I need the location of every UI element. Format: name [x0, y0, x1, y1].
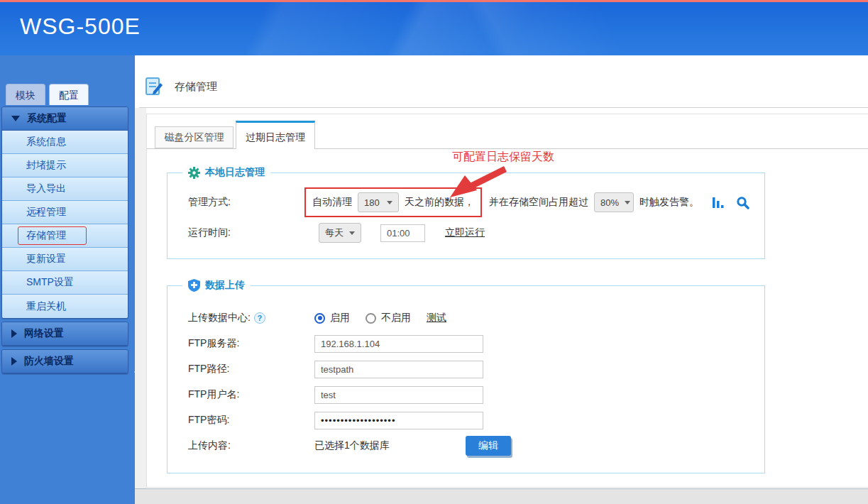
storage-percent-select[interactable]: 80%: [594, 192, 634, 212]
sidebar-item-update-settings[interactable]: 更新设置: [2, 248, 128, 271]
bar-chart-icon[interactable]: [712, 196, 725, 209]
sidebar-item-reboot-shutdown[interactable]: 重启关机: [2, 295, 128, 318]
ftp-username-label: FTP用户名:: [188, 388, 314, 401]
upload-content-label: 上传内容:: [188, 439, 314, 452]
disable-radio-option[interactable]: 不启用: [366, 312, 411, 324]
runtime-frequency-select[interactable]: 每天: [319, 223, 361, 243]
selected-item-red-outline: 存储管理: [18, 226, 87, 245]
test-link[interactable]: 测试: [427, 312, 446, 324]
page-title: 存储管理: [175, 80, 217, 94]
sidebar-item-storage-mgmt[interactable]: 存储管理: [2, 224, 128, 248]
ftp-server-input[interactable]: [314, 335, 483, 353]
enable-radio-option[interactable]: 启用: [314, 312, 350, 324]
upload-center-label: 上传数据中心: ?: [188, 312, 314, 324]
annotation-text: 可配置日志保留天数: [452, 150, 554, 165]
radio-unselected-icon[interactable]: [366, 313, 376, 324]
ftp-password-label: FTP密码:: [188, 414, 314, 427]
title-divider: [139, 107, 868, 108]
upload-content-status: 已选择1个数据库: [314, 439, 390, 452]
sidebar-group-system-config[interactable]: 系统配置: [2, 107, 128, 131]
sidebar-tab-modules[interactable]: 模块: [6, 84, 45, 105]
gear-icon: [188, 167, 200, 179]
local-log-section-header: 本地日志管理: [182, 166, 270, 179]
ftp-path-input[interactable]: [314, 361, 483, 378]
retention-days-select[interactable]: 180: [358, 192, 399, 212]
sidebar-item-import-export[interactable]: 导入导出: [2, 177, 128, 201]
sidebar-item-block-tip[interactable]: 封堵提示: [2, 154, 128, 177]
help-icon[interactable]: ?: [254, 312, 265, 324]
chevron-down-icon: [625, 201, 630, 204]
sidebar-item-smtp-settings[interactable]: SMTP设置: [2, 271, 128, 295]
chevron-down-icon: [349, 231, 355, 235]
runtime-label: 运行时间:: [188, 226, 304, 239]
sidebar-content-gap: [135, 108, 146, 490]
chevron-right-icon: [11, 329, 17, 338]
data-upload-section: 数据上传 上传数据中心: ? 启用 不启用 测试 FTP服务器: FTP路径: …: [167, 285, 765, 473]
sidebar-tabs: 模块 配置: [6, 84, 89, 105]
sidebar: 模块 配置 系统配置 系统信息 封堵提示 导入导出 远程管理 存储管理 更新设置…: [0, 55, 135, 504]
page-title-row: 存储管理: [145, 77, 217, 96]
ftp-password-input[interactable]: [314, 412, 483, 429]
app-header: WSG-500E: [0, 2, 868, 55]
chevron-down-icon: [387, 201, 392, 204]
app-title: WSG-500E: [20, 13, 141, 40]
sidebar-group-network[interactable]: 网络设置: [2, 322, 128, 346]
ftp-path-label: FTP路径:: [188, 363, 314, 376]
radio-selected-icon[interactable]: [314, 313, 325, 324]
shield-plus-icon: [188, 279, 200, 292]
footer-sidebar-extension: [0, 488, 135, 504]
ftp-server-label: FTP服务器:: [188, 337, 314, 350]
auto-clean-text: 自动清理: [312, 196, 352, 209]
tab-disk-partition[interactable]: 磁盘分区管理: [155, 126, 234, 148]
edit-button[interactable]: 编辑: [466, 436, 511, 456]
sidebar-menu: 系统配置 系统信息 封堵提示 导入导出 远程管理 存储管理 更新设置 SMTP设…: [1, 106, 128, 374]
ftp-username-input[interactable]: [314, 386, 483, 404]
storage-page-icon: [145, 77, 163, 96]
search-icon[interactable]: [736, 196, 749, 209]
manage-method-label: 管理方式:: [188, 196, 304, 209]
chevron-down-icon: [11, 116, 20, 121]
data-upload-section-header: 数据上传: [182, 279, 251, 292]
sidebar-item-remote-mgmt[interactable]: 远程管理: [2, 201, 128, 224]
runtime-time-input[interactable]: [380, 224, 425, 242]
footer-bar: [135, 488, 868, 504]
tab-expired-log[interactable]: 过期日志管理: [236, 121, 315, 149]
sidebar-item-system-info[interactable]: 系统信息: [2, 131, 128, 154]
sidebar-tab-config[interactable]: 配置: [49, 84, 89, 105]
chevron-right-icon: [11, 357, 17, 366]
alarm-text: 时触发告警。: [639, 196, 699, 209]
annotation-arrow: [446, 165, 511, 199]
sidebar-group-firewall[interactable]: 防火墙设置: [2, 350, 128, 373]
run-now-link[interactable]: 立即运行: [445, 226, 485, 239]
